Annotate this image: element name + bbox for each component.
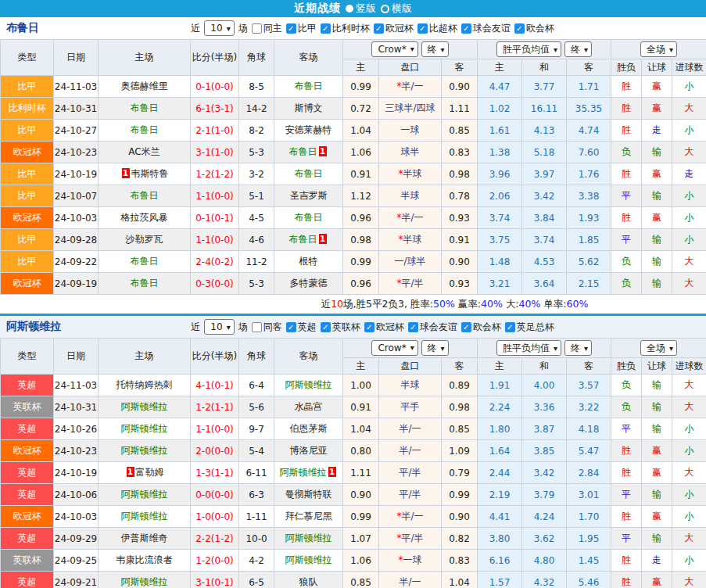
away-team-cell: 阿斯顿维拉 (274, 550, 343, 572)
same-venue-filter[interactable]: 同客 (252, 321, 282, 334)
odds-time-select[interactable]: 终 ▾ (421, 41, 449, 57)
layout-option-horizontal[interactable]: 横版 (381, 2, 412, 16)
league-filter-option[interactable]: ✓欧会杯 (514, 22, 554, 35)
home-team-name: 阿斯顿维拉 (121, 423, 168, 434)
avg-type-select[interactable]: 胜平负均值 ▾ (496, 41, 561, 57)
match-count-select[interactable]: 10 ▾ (204, 319, 234, 335)
avg-away-cell: 1.70 (567, 506, 611, 528)
handicap-text: 三球半/四球 (385, 102, 435, 113)
avg-away-cell: 5.62 (567, 251, 611, 273)
table-row: 欧冠杯 24-10-23 阿斯顿维拉 2-0(0-0) 5-4 博洛尼亚 0.8… (1, 440, 706, 462)
home-odds-cell: 0.96 (343, 207, 379, 229)
league-filter-option[interactable]: ✓英足总杯 (505, 321, 554, 334)
same-venue-checkbox[interactable] (252, 322, 262, 332)
handicap-cell: *半/一 (379, 207, 442, 229)
handicap-text: 半/一 (401, 212, 423, 223)
avg-draw-cell: 5.18 (522, 142, 567, 163)
avg-time-select[interactable]: 终 ▾ (564, 41, 592, 57)
score-cell: 1-1(0-0) (191, 185, 239, 207)
handicap-text: 一/球半 (394, 256, 425, 267)
away-team-name: 布鲁日 (295, 212, 323, 223)
match-scope-select[interactable]: 全场 ▾ (640, 340, 677, 356)
avg-draw-cell: 3.64 (522, 273, 567, 295)
handicap-text: 半/一 (401, 81, 423, 91)
avg-draw-cell: 4.53 (522, 251, 567, 273)
match-count-select[interactable]: 10 ▾ (204, 20, 234, 36)
summary-segment: 赢率: (455, 298, 481, 310)
goals-result-cell: 小 (672, 484, 706, 506)
league-filter-option[interactable]: ✓欧冠杯 (364, 321, 404, 334)
same-venue-checkbox[interactable] (252, 23, 262, 34)
league-type-badge: 欧冠杯 (1, 440, 54, 462)
avg-home-cell: 1.61 (478, 120, 522, 142)
home-team-cell: 布鲁日 (99, 120, 191, 142)
away-odds-cell: 1.09 (442, 440, 478, 462)
odds-company-select[interactable]: Crow* ▾ (371, 41, 418, 57)
checkbox-checked-icon[interactable]: ✓ (374, 23, 384, 34)
handicap-cell: 平/半 (379, 484, 442, 506)
odds-group-header: Crow* ▾ 终 ▾ (343, 40, 478, 59)
league-type-badge: 英超 (1, 418, 54, 440)
league-type-badge: 英超 (1, 572, 54, 588)
away-odds-cell: 0.79 (442, 462, 478, 484)
subcol-odds-home: 主 (343, 59, 379, 76)
league-filter-option[interactable]: ✓英超 (286, 321, 317, 334)
handicap-result-cell: 输 (642, 185, 672, 207)
avg-away-cell: 2.15 (567, 273, 611, 295)
league-filter-option[interactable]: ✓球会友谊 (461, 22, 511, 35)
checkbox-checked-icon[interactable]: ✓ (514, 23, 525, 34)
table-row: 英联杯 24-09-25 韦康比流浪者 1-2(0-0) 4-2 阿斯顿维拉 1… (1, 550, 706, 572)
handicap-text: 平/半 (401, 532, 423, 543)
home-team-name: 布鲁日 (131, 124, 159, 135)
away-odds-cell: 0.91 (442, 229, 478, 251)
avg-home-cell: 3.74 (478, 207, 522, 229)
score-cell: 1-2(0-0) (191, 550, 239, 572)
score-cell: 4-1(0-1) (191, 375, 239, 396)
checkbox-checked-icon[interactable]: ✓ (461, 322, 471, 332)
table-row: 比甲 24-10-07 布鲁日 1-1(0-0) 5-1 圣吉罗斯 1.12 半… (1, 185, 706, 207)
home-team-cell: 伊普斯维奇 (99, 528, 191, 550)
col-type: 类型 (1, 339, 54, 375)
subcol-odds-away: 客 (442, 59, 478, 76)
corners-cell: 5-3 (239, 142, 274, 163)
checkbox-checked-icon[interactable]: ✓ (408, 322, 418, 332)
odds-company-select[interactable]: Crow* ▾ (371, 340, 418, 356)
away-team-name: 布鲁日 (289, 146, 317, 157)
goals-result-cell: 大 (672, 572, 706, 588)
avg-draw-cell: 3.87 (522, 418, 567, 440)
match-date: 24-10-31 (54, 98, 99, 120)
handicap-cell: 半球 (379, 185, 442, 207)
avg-time-select[interactable]: 终 ▾ (564, 340, 592, 356)
league-filter-option[interactable]: ✓球会友谊 (408, 321, 457, 334)
avg-group-header: 胜平负均值 ▾ 终 ▾ (478, 339, 611, 358)
checkbox-checked-icon[interactable]: ✓ (505, 322, 515, 332)
checkbox-checked-icon[interactable]: ✓ (321, 23, 331, 34)
avg-home-cell: 3.21 (478, 273, 522, 295)
odds-time-select[interactable]: 终 ▾ (421, 340, 449, 356)
handicap-cell: 一/球半 (379, 251, 442, 273)
near-label: 近 (191, 22, 200, 35)
league-filter-option[interactable]: ✓比利时杯 (321, 22, 370, 35)
checkbox-checked-icon[interactable]: ✓ (418, 23, 428, 34)
away-odds-cell: 0.78 (442, 185, 478, 207)
checkbox-checked-icon[interactable]: ✓ (286, 322, 296, 332)
subcol-let: 让球 (642, 59, 672, 76)
league-filter-option[interactable]: ✓英联杯 (321, 321, 360, 334)
checkbox-checked-icon[interactable]: ✓ (321, 322, 331, 332)
league-filter-option[interactable]: ✓比甲 (286, 22, 317, 35)
match-date: 24-10-07 (54, 185, 99, 207)
checkbox-checked-icon[interactable]: ✓ (364, 322, 375, 332)
checkbox-checked-icon[interactable]: ✓ (286, 23, 296, 34)
same-venue-filter[interactable]: 同主 (252, 22, 282, 35)
avg-type-select[interactable]: 胜平负均值 ▾ (496, 340, 561, 356)
score-cell: 1-2(1-2) (191, 163, 239, 185)
league-filter-option[interactable]: ✓欧会杯 (461, 321, 501, 334)
table-row: 英超 24-11-03 托特纳姆热刺 4-1(0-1) 6-4 阿斯顿维拉 1.… (1, 375, 706, 396)
home-team-cell: 阿斯顿维拉 (99, 572, 191, 588)
league-filter-option[interactable]: ✓比超杯 (418, 22, 457, 35)
league-filter-option[interactable]: ✓欧冠杯 (374, 22, 414, 35)
match-scope-select[interactable]: 全场 ▾ (640, 41, 677, 57)
checkbox-checked-icon[interactable]: ✓ (461, 23, 471, 34)
avg-away-cell: 2.84 (567, 462, 611, 484)
layout-option-vertical[interactable]: 竖版 (346, 2, 376, 16)
